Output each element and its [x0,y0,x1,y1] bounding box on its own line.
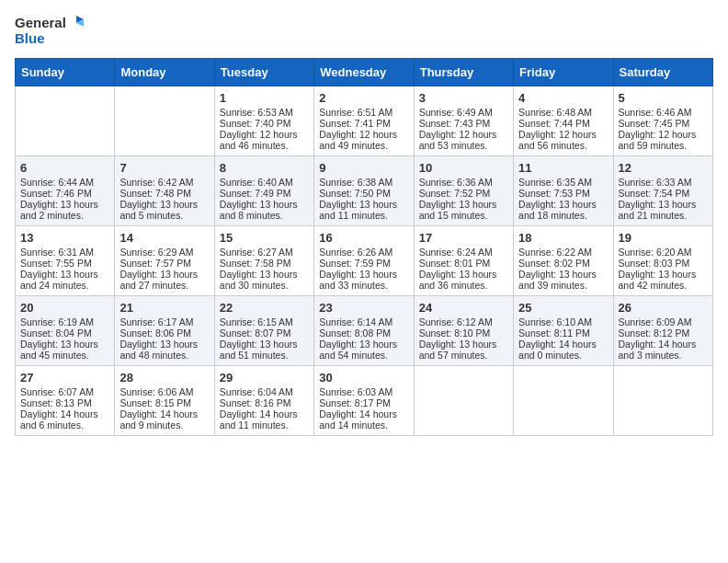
sunset-text: Sunset: 8:11 PM [518,327,608,339]
day-number: 5 [619,91,708,105]
sunset-text: Sunset: 7:59 PM [319,258,408,269]
sunrise-text: Sunrise: 6:42 AM [119,177,209,188]
sunset-text: Sunset: 8:01 PM [419,258,508,269]
calendar-cell: 14Sunrise: 6:29 AMSunset: 7:57 PMDayligh… [115,225,214,295]
daylight-text: Daylight: 12 hours and 53 minutes. [419,129,508,151]
day-number: 10 [419,161,508,175]
calendar-cell: 4Sunrise: 6:48 AMSunset: 7:44 PMDaylight… [514,86,613,155]
sunrise-text: Sunrise: 6:12 AM [419,316,508,327]
day-number: 1 [220,91,309,105]
daylight-text: Daylight: 13 hours and 21 minutes. [619,199,708,221]
calendar-cell: 1Sunrise: 6:53 AMSunset: 7:40 PMDaylight… [214,86,313,155]
sunset-text: Sunset: 8:03 PM [619,258,708,269]
page-header: General Blue [15,15,713,47]
logo: General Blue [15,15,85,47]
sunrise-text: Sunrise: 6:38 AM [319,177,408,188]
sunset-text: Sunset: 7:48 PM [119,188,209,199]
sunset-text: Sunset: 8:17 PM [319,397,408,408]
daylight-text: Daylight: 13 hours and 24 minutes. [20,269,109,291]
daylight-text: Daylight: 13 hours and 36 minutes. [419,269,508,291]
calendar-cell: 29Sunrise: 6:04 AMSunset: 8:16 PMDayligh… [214,365,313,435]
calendar-cell: 16Sunrise: 6:26 AMSunset: 7:59 PMDayligh… [314,225,414,295]
calendar-cell: 28Sunrise: 6:06 AMSunset: 8:15 PMDayligh… [115,365,214,435]
daylight-text: Daylight: 12 hours and 56 minutes. [518,129,608,151]
day-number: 6 [20,161,109,175]
logo-flag-icon [68,15,85,31]
sunset-text: Sunset: 8:06 PM [119,327,209,339]
sunrise-text: Sunrise: 6:06 AM [119,386,209,397]
daylight-text: Daylight: 13 hours and 30 minutes. [220,269,309,291]
day-number: 18 [518,231,608,245]
calendar-cell: 18Sunrise: 6:22 AMSunset: 8:02 PMDayligh… [514,225,613,295]
sunrise-text: Sunrise: 6:04 AM [220,386,309,397]
sunset-text: Sunset: 8:16 PM [220,397,309,408]
day-number: 9 [319,161,408,175]
sunrise-text: Sunrise: 6:48 AM [518,107,608,118]
sunset-text: Sunset: 7:45 PM [619,118,708,129]
daylight-text: Daylight: 13 hours and 48 minutes. [119,339,209,361]
sunset-text: Sunset: 7:43 PM [419,118,508,129]
sunrise-text: Sunrise: 6:51 AM [319,107,408,118]
daylight-text: Daylight: 13 hours and 45 minutes. [20,339,109,361]
day-number: 19 [619,231,708,245]
sunrise-text: Sunrise: 6:17 AM [119,316,209,327]
day-number: 30 [319,371,408,385]
logo-general: General [15,16,66,31]
calendar-cell: 25Sunrise: 6:10 AMSunset: 8:11 PMDayligh… [514,295,613,365]
day-number: 27 [20,371,109,385]
calendar-cell: 2Sunrise: 6:51 AMSunset: 7:41 PMDaylight… [314,86,414,155]
day-number: 16 [319,231,408,245]
daylight-text: Daylight: 13 hours and 57 minutes. [419,339,508,361]
sunrise-text: Sunrise: 6:44 AM [20,177,109,188]
sunset-text: Sunset: 8:07 PM [220,327,309,339]
sunset-text: Sunset: 7:41 PM [319,118,408,129]
daylight-text: Daylight: 12 hours and 59 minutes. [619,129,708,151]
calendar-cell [115,86,214,155]
day-number: 14 [119,231,209,245]
sunrise-text: Sunrise: 6:07 AM [20,386,109,397]
calendar-cell: 19Sunrise: 6:20 AMSunset: 8:03 PMDayligh… [613,225,712,295]
calendar-cell: 6Sunrise: 6:44 AMSunset: 7:46 PMDaylight… [16,155,115,225]
daylight-text: Daylight: 13 hours and 5 minutes. [119,199,209,221]
sunset-text: Sunset: 7:55 PM [20,258,109,269]
sunrise-text: Sunrise: 6:19 AM [20,316,109,327]
calendar-cell: 23Sunrise: 6:14 AMSunset: 8:08 PMDayligh… [314,295,414,365]
calendar-cell: 3Sunrise: 6:49 AMSunset: 7:43 PMDaylight… [414,86,513,155]
sunrise-text: Sunrise: 6:33 AM [619,177,708,188]
day-number: 29 [220,371,309,385]
calendar-cell: 17Sunrise: 6:24 AMSunset: 8:01 PMDayligh… [414,225,513,295]
day-number: 2 [319,91,408,105]
daylight-text: Daylight: 14 hours and 9 minutes. [119,408,209,431]
sunrise-text: Sunrise: 6:03 AM [319,386,408,397]
weekday-header: Friday [514,58,613,86]
day-number: 7 [119,161,209,175]
sunset-text: Sunset: 7:49 PM [220,188,309,199]
logo-text: General Blue [15,15,85,47]
day-number: 4 [518,91,608,105]
daylight-text: Daylight: 12 hours and 46 minutes. [220,129,309,151]
weekday-header: Tuesday [214,58,313,86]
daylight-text: Daylight: 14 hours and 6 minutes. [20,408,109,431]
daylight-text: Daylight: 14 hours and 0 minutes. [518,339,608,361]
logo-blue: Blue [15,31,85,47]
daylight-text: Daylight: 13 hours and 39 minutes. [518,269,608,291]
calendar-cell: 21Sunrise: 6:17 AMSunset: 8:06 PMDayligh… [115,295,214,365]
calendar-cell: 24Sunrise: 6:12 AMSunset: 8:10 PMDayligh… [414,295,513,365]
day-number: 22 [220,301,309,315]
sunrise-text: Sunrise: 6:24 AM [419,247,508,258]
daylight-text: Daylight: 13 hours and 54 minutes. [319,339,408,361]
day-number: 28 [119,371,209,385]
day-number: 24 [419,301,508,315]
weekday-header: Saturday [613,58,712,86]
day-number: 26 [619,301,708,315]
sunset-text: Sunset: 8:10 PM [419,327,508,339]
sunrise-text: Sunrise: 6:35 AM [518,177,608,188]
daylight-text: Daylight: 13 hours and 11 minutes. [319,199,408,221]
daylight-text: Daylight: 13 hours and 51 minutes. [220,339,309,361]
sunset-text: Sunset: 7:53 PM [518,188,608,199]
sunrise-text: Sunrise: 6:29 AM [119,247,209,258]
sunset-text: Sunset: 8:12 PM [619,327,708,339]
day-number: 23 [319,301,408,315]
calendar-cell: 13Sunrise: 6:31 AMSunset: 7:55 PMDayligh… [16,225,115,295]
sunset-text: Sunset: 7:54 PM [619,188,708,199]
